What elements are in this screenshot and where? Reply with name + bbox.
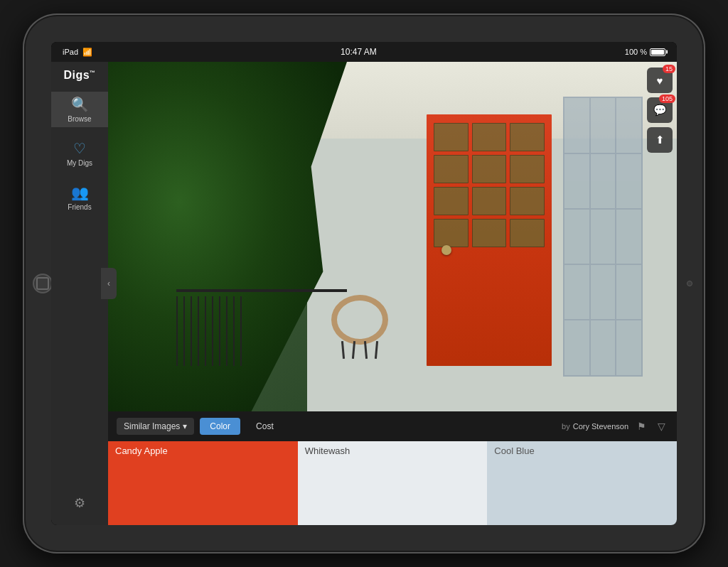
home-button[interactable] bbox=[33, 274, 53, 293]
camera-dot bbox=[687, 281, 692, 286]
wicker-chair bbox=[324, 295, 395, 359]
bottom-toolbar: Similar Images ▾ Color Cost by Cory Stev… bbox=[108, 411, 677, 441]
photo-main: ♥ 15 💬 105 ⬆ bbox=[108, 62, 677, 411]
tab-cost[interactable]: Cost bbox=[246, 418, 284, 435]
sidebar-item-browse[interactable]: 🔍 Browse bbox=[51, 92, 108, 127]
gear-icon: ⚙ bbox=[74, 496, 85, 510]
cool-blue-label: Cool Blue bbox=[487, 441, 677, 460]
like-button[interactable]: ♥ 15 bbox=[647, 68, 673, 93]
door-pane bbox=[472, 155, 507, 183]
attribution: by Cory Stevenson bbox=[562, 422, 628, 431]
sidebar-friends-label: Friends bbox=[68, 203, 91, 211]
whitewash-color bbox=[298, 460, 488, 525]
sidebar-item-my-digs[interactable]: ♡ My Digs bbox=[51, 136, 108, 171]
friends-icon: 👥 bbox=[71, 184, 89, 201]
battery-icon bbox=[650, 48, 665, 56]
sidebar-my-digs-label: My Digs bbox=[67, 159, 92, 167]
status-time: 10:47 AM bbox=[341, 47, 377, 57]
swatch-whitewash[interactable]: Whitewash bbox=[298, 441, 488, 525]
comment-count: 105 bbox=[659, 94, 675, 103]
door-pane bbox=[434, 155, 469, 183]
share-icon: ⬆ bbox=[655, 134, 665, 146]
glass-blocks bbox=[563, 97, 643, 377]
door-pane bbox=[434, 187, 469, 215]
flag-button[interactable]: ⚑ bbox=[634, 419, 649, 433]
cool-blue-color bbox=[487, 460, 677, 525]
status-left: iPad 📶 bbox=[63, 48, 92, 57]
app-title: Digs™ bbox=[63, 69, 95, 82]
photo-area: ♥ 15 💬 105 ⬆ Sim bbox=[108, 62, 677, 525]
sidebar: Digs™ 🔍 Browse ♡ My Digs 👥 Friends ⚙ bbox=[51, 62, 108, 525]
ipad-screen: iPad 📶 10:47 AM 100 % Digs™ 🔍 Browse bbox=[51, 42, 677, 525]
heart-sidebar-icon: ♡ bbox=[73, 140, 86, 157]
door-pane bbox=[434, 123, 469, 151]
candy-apple-label: Candy Apple bbox=[108, 441, 298, 460]
door-pane bbox=[510, 155, 545, 183]
filter-button[interactable]: ▽ bbox=[655, 419, 668, 433]
door-window-grid bbox=[427, 114, 552, 253]
photo-scene bbox=[108, 62, 677, 411]
whitewash-label: Whitewash bbox=[298, 441, 488, 460]
door-pane bbox=[510, 219, 545, 247]
comment-icon: 💬 bbox=[653, 104, 667, 117]
browse-icon: 🔍 bbox=[71, 96, 89, 113]
status-right: 100 % bbox=[625, 48, 665, 56]
status-bar: iPad 📶 10:47 AM 100 % bbox=[51, 42, 677, 62]
color-swatches: Candy Apple Whitewash Cool Blue bbox=[108, 441, 677, 525]
wifi-icon: 📶 bbox=[82, 48, 92, 57]
attribution-name: Cory Stevenson bbox=[573, 422, 628, 431]
door-pane bbox=[510, 187, 545, 215]
porch-railing bbox=[176, 289, 347, 377]
sidebar-browse-label: Browse bbox=[68, 115, 91, 123]
door-pane bbox=[472, 219, 507, 247]
door-pane bbox=[510, 123, 545, 151]
like-count: 15 bbox=[663, 65, 675, 73]
door-knob bbox=[441, 245, 451, 255]
settings-button[interactable]: ⚙ bbox=[74, 495, 85, 511]
collapse-sidebar-button[interactable]: ‹ bbox=[101, 268, 117, 299]
candy-apple-color bbox=[108, 460, 298, 525]
tab-color[interactable]: Color bbox=[200, 418, 240, 435]
ipad-label: iPad bbox=[63, 48, 78, 56]
front-door bbox=[427, 114, 552, 366]
similar-images-dropdown[interactable]: Similar Images ▾ bbox=[117, 418, 194, 435]
comment-button[interactable]: 💬 105 bbox=[647, 97, 673, 123]
heart-icon: ♥ bbox=[657, 75, 663, 87]
action-buttons: ♥ 15 💬 105 ⬆ bbox=[643, 62, 677, 158]
sidebar-item-friends[interactable]: 👥 Friends bbox=[51, 180, 108, 215]
main-content: Digs™ 🔍 Browse ♡ My Digs 👥 Friends ⚙ bbox=[51, 62, 677, 525]
swatch-candy-apple[interactable]: Candy Apple bbox=[108, 441, 298, 525]
door-pane bbox=[472, 123, 507, 151]
dropdown-chevron-icon: ▾ bbox=[183, 421, 187, 431]
battery-pct: 100 % bbox=[625, 48, 647, 56]
similar-images-label: Similar Images bbox=[124, 421, 180, 431]
door-pane bbox=[434, 219, 469, 247]
ipad-frame: iPad 📶 10:47 AM 100 % Digs™ 🔍 Browse bbox=[23, 14, 705, 554]
swatch-cool-blue[interactable]: Cool Blue bbox=[487, 441, 677, 525]
share-button[interactable]: ⬆ bbox=[647, 127, 673, 153]
door-pane bbox=[472, 187, 507, 215]
